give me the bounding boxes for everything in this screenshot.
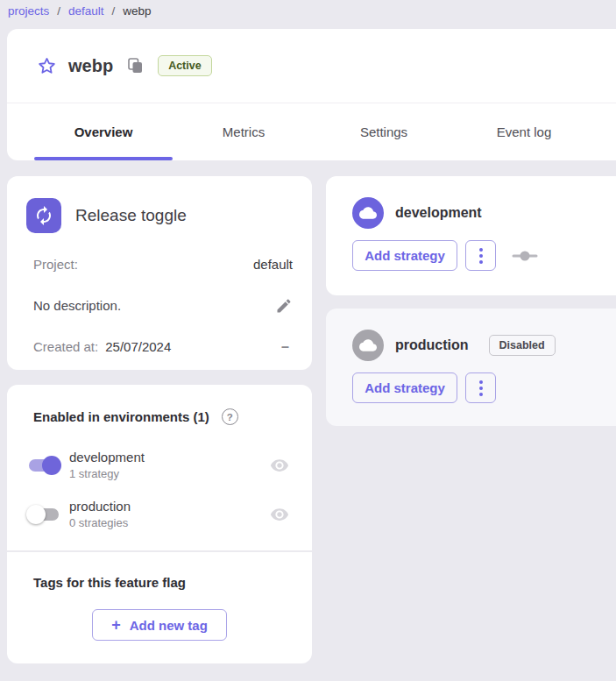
feature-header-card: webp Active Overview Metrics Settings Ev… <box>7 29 616 160</box>
tab-settings[interactable]: Settings <box>314 103 454 160</box>
tags-title: Tags for this feature flag <box>33 575 293 590</box>
environment-row-production: production 0 strategies <box>26 500 289 529</box>
created-label: Created at: <box>33 339 98 354</box>
breadcrumb-link-projects[interactable]: projects <box>8 4 49 18</box>
flag-type-row: Release toggle <box>26 198 293 233</box>
favorite-star-icon[interactable] <box>38 57 56 75</box>
page-title: webp <box>68 56 113 76</box>
add-strategy-button[interactable]: Add strategy <box>352 372 457 403</box>
description-row: No description. <box>33 296 293 315</box>
main-content: Release toggle Project: default No descr… <box>7 176 616 663</box>
help-icon[interactable]: ? <box>222 408 238 425</box>
copy-icon[interactable] <box>128 58 143 74</box>
more-actions-kebab-icon[interactable] <box>465 240 496 271</box>
environment-name: development <box>69 450 145 465</box>
feature-header: webp Active <box>7 29 616 103</box>
tab-bar: Overview Metrics Settings Event log <box>7 103 616 160</box>
left-column: Release toggle Project: default No descr… <box>7 176 312 663</box>
tab-event-log[interactable]: Event log <box>454 103 594 160</box>
flag-type-label: Release toggle <box>75 206 187 225</box>
environment-strategy-count: 1 strategy <box>69 467 145 480</box>
connector-dot-icon <box>512 251 538 261</box>
breadcrumb-separator: / <box>112 4 116 18</box>
disabled-badge: Disabled <box>489 335 556 356</box>
visibility-eye-icon[interactable] <box>270 456 289 475</box>
environment-row-development: development 1 strategy <box>26 450 289 480</box>
environment-panel-production: production Disabled Add strategy <box>326 309 616 426</box>
add-new-tag-button[interactable]: + Add new tag <box>92 609 227 641</box>
development-toggle[interactable] <box>26 456 61 475</box>
created-row: Created at: 25/07/2024 – <box>33 337 293 356</box>
status-badge: Active <box>158 55 212 76</box>
breadcrumb-link-default[interactable]: default <box>68 4 104 18</box>
add-strategy-button[interactable]: Add strategy <box>352 240 457 271</box>
breadcrumb-current: webp <box>123 4 151 18</box>
more-actions-kebab-icon[interactable] <box>465 372 496 403</box>
environment-strategy-count: 0 strategies <box>69 516 131 529</box>
enabled-environments-title: Enabled in environments (1) <box>33 409 209 424</box>
environment-panel-development: development Add strategy <box>326 176 616 295</box>
project-label: Project: <box>33 257 78 272</box>
cloud-icon <box>352 330 384 361</box>
environments-tags-card: Enabled in environments (1) ? developmen… <box>7 385 312 663</box>
environment-panel-name: production <box>395 337 469 353</box>
cloud-icon <box>352 197 384 229</box>
tags-section: Tags for this feature flag + Add new tag <box>7 550 312 663</box>
environment-panel-name: development <box>395 205 482 221</box>
project-row: Project: default <box>33 255 293 273</box>
plus-icon: + <box>111 616 121 635</box>
tab-overview[interactable]: Overview <box>33 103 173 160</box>
tab-metrics[interactable]: Metrics <box>173 103 314 160</box>
active-tab-underline <box>34 157 173 160</box>
description-text: No description. <box>33 298 121 313</box>
breadcrumb-separator: / <box>57 4 60 18</box>
production-toggle[interactable] <box>26 505 61 524</box>
project-value: default <box>253 257 293 272</box>
collapse-button[interactable]: – <box>281 339 293 355</box>
edit-pencil-icon[interactable] <box>275 297 293 315</box>
flag-type-card: Release toggle Project: default No descr… <box>7 176 312 370</box>
breadcrumb: projects / default / webp <box>0 0 616 18</box>
visibility-eye-icon[interactable] <box>270 505 289 524</box>
release-toggle-sync-icon <box>26 198 61 233</box>
created-value: 25/07/2024 <box>105 339 171 354</box>
environment-name: production <box>69 500 131 514</box>
right-column: development Add strategy <box>326 176 616 426</box>
enabled-environments-section: Enabled in environments (1) ? developmen… <box>7 385 312 550</box>
